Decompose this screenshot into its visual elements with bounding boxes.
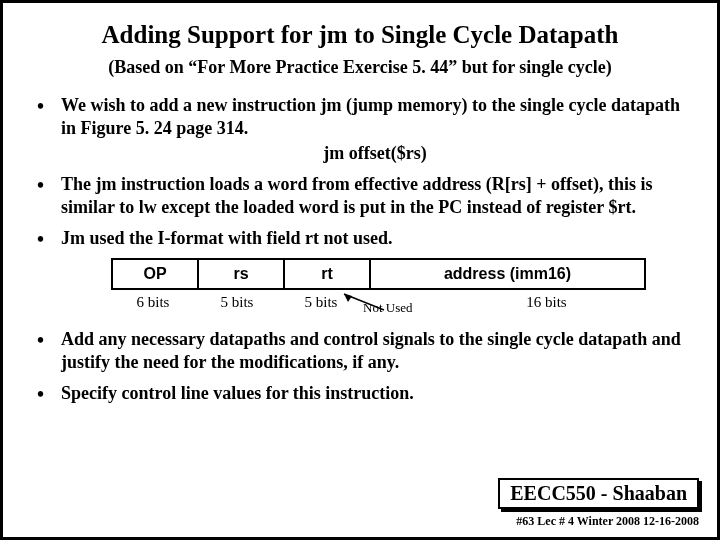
bullet-item: The jm instruction loads a word from eff…	[31, 173, 689, 219]
bullet-text: Specify control line values for this ins…	[61, 383, 414, 403]
bullet-text: The jm instruction loads a word from eff…	[61, 174, 653, 217]
slide: Adding Support for jm to Single Cycle Da…	[0, 0, 720, 540]
bullet-item: Specify control line values for this ins…	[31, 382, 689, 405]
format-width-row: 6 bits 5 bits 5 bits Not Used 16 bits	[111, 294, 646, 316]
format-field-op: OP	[113, 260, 199, 288]
instruction-format: OP rs rt address (imm16) 6 bits 5 bits 5…	[111, 258, 646, 316]
bullet-subline: jm offset($rs)	[61, 142, 689, 165]
format-field-rs: rs	[199, 260, 285, 288]
spacer	[31, 318, 689, 328]
format-field-rt: rt	[285, 260, 371, 288]
bullet-text: Add any necessary datapaths and control …	[61, 329, 681, 372]
footer-meta: #63 Lec # 4 Winter 2008 12-16-2008	[516, 514, 699, 529]
slide-subtitle: (Based on “For More Practice Exercise 5.…	[31, 57, 689, 78]
bullet-item: Add any necessary datapaths and control …	[31, 328, 689, 374]
format-header-row: OP rs rt address (imm16)	[111, 258, 646, 290]
slide-title: Adding Support for jm to Single Cycle Da…	[31, 21, 689, 49]
not-used-arrow	[336, 292, 396, 314]
bullet-list: We wish to add a new instruction jm (jum…	[31, 94, 689, 250]
format-width-op: 6 bits	[111, 294, 195, 316]
bullet-list-2: Add any necessary datapaths and control …	[31, 328, 689, 405]
format-width-addr: 16 bits	[447, 294, 646, 316]
format-width-rs: 5 bits	[195, 294, 279, 316]
bullet-text: We wish to add a new instruction jm (jum…	[61, 95, 680, 138]
bullet-item: Jm used the I-format with field rt not u…	[31, 227, 689, 250]
format-field-addr: address (imm16)	[371, 260, 644, 288]
svg-marker-1	[344, 294, 352, 302]
footer-course-tag: EECC550 - Shaaban	[498, 478, 699, 509]
bullet-item: We wish to add a new instruction jm (jum…	[31, 94, 689, 165]
bullet-text: Jm used the I-format with field rt not u…	[61, 228, 392, 248]
